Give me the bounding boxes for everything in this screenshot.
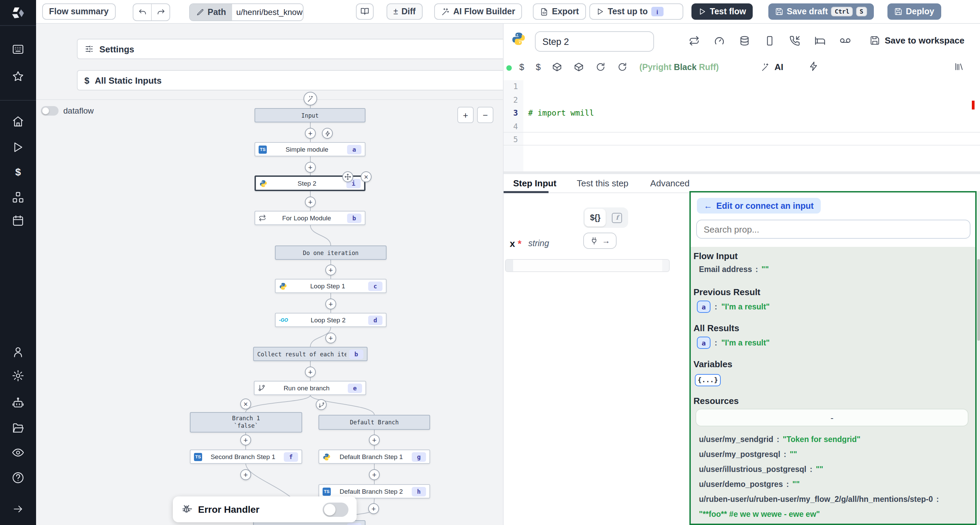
flow-node-loop-step-1[interactable]: Loop Step 1 c [275,279,387,293]
template-mode-button[interactable]: ${} [585,209,606,227]
gauge-icon[interactable] [714,35,725,46]
sidebar-item-workers[interactable] [11,397,24,409]
docs-button[interactable] [356,3,374,20]
sleep-icon[interactable] [815,35,826,46]
add-step-button[interactable]: + [368,503,379,514]
save-draft-button[interactable]: Save draft Ctrl S [768,3,873,20]
remove-branch-button[interactable]: × [240,398,251,409]
flow-node-run-one-branch[interactable]: Run one branch e [254,381,366,395]
resource-row[interactable]: u/user/my_postgresql : "" [699,450,966,458]
flow-node-for-loop[interactable]: For Loop Module b [255,211,366,225]
flow-node-do-one-iteration[interactable]: Do one iteration [275,246,387,260]
test-up-to-button[interactable]: Test up to i [589,3,683,20]
step-chip[interactable]: a [697,336,711,349]
sidebar-item-home[interactable] [11,115,24,128]
flow-node-input[interactable]: Input [255,108,366,122]
add-trigger-button[interactable] [322,128,333,139]
sidebar-item-favorites[interactable] [11,70,24,83]
scrollbar-track[interactable] [977,191,980,525]
javascript-mode-button[interactable]: f [608,209,627,227]
add-step-button[interactable]: + [325,333,336,343]
package-icon[interactable] [574,62,584,72]
code-editor[interactable]: 1 2 3 4 5 # import wmill def main(x: str… [504,80,980,171]
error-handler-card[interactable]: Error Handler [173,496,356,522]
ai-step-suggest-button[interactable] [304,92,317,105]
path-field[interactable]: Path u/henri/best_known [189,3,304,21]
flow-node-collect-result[interactable]: Collect result of each iteration b [253,347,368,361]
sidebar-item-help[interactable] [11,471,24,484]
code-lines[interactable]: # import wmill def main(x: str): return … [528,80,608,171]
path-value[interactable]: u/henri/best_known [232,4,303,21]
flow-node-default-branch-step-1[interactable]: Default Branch Step 1 g [318,449,430,464]
resource-row-value[interactable]: "**foo** #e we w wewe - ewe ew" [699,510,966,518]
arg-value-input[interactable] [505,259,670,272]
move-step-button[interactable] [342,171,353,182]
variables-icon[interactable]: $ [536,62,540,72]
scrollbar-thumb[interactable] [977,259,980,341]
redo-button[interactable] [152,8,169,17]
step-name-input[interactable] [535,31,654,52]
tab-step-input[interactable]: Step Input [504,178,566,189]
cache-icon[interactable] [689,35,700,46]
flow-node-loop-step-2[interactable]: -GO Loop Step 2 d [275,313,387,327]
prop-row[interactable]: a : "I'm a result" [697,301,770,313]
ai-flow-builder-button[interactable]: AI Flow Builder [434,3,522,20]
windmill-logo-icon[interactable] [9,4,27,22]
add-step-button[interactable]: + [240,435,251,446]
sidebar-item-users[interactable] [11,346,24,358]
reload-icon[interactable] [617,62,628,72]
add-step-button[interactable]: + [325,265,336,275]
save-to-workspace-button[interactable]: Save to workspace [870,35,964,46]
undo-button[interactable] [134,8,151,17]
reload-icon[interactable] [596,62,606,72]
tab-advanced[interactable]: Advanced [640,178,701,189]
variables-chip[interactable]: {...} [695,373,721,386]
diff-button[interactable]: ± Diff [387,3,422,20]
back-to-edit-button[interactable]: ← Edit or connect an input [697,198,821,214]
flow-node-simple-module[interactable]: TS Simple module a [255,142,366,156]
flow-node-default-branch[interactable]: Default Branch [318,415,430,430]
flow-summary-button[interactable]: Flow summary [42,3,115,20]
voicemail-icon[interactable] [840,35,851,46]
resource-row[interactable]: u/ruben-user/u/ruben-user/my_flow_2/g/al… [699,495,966,503]
sidebar-item-folders[interactable] [11,422,24,435]
export-button[interactable]: Export [533,3,585,20]
resource-row[interactable]: u/user/illustrious_postgresql : "" [699,465,966,473]
mobile-icon[interactable] [764,35,775,46]
database-icon[interactable] [739,35,750,46]
prop-row[interactable]: a : "I'm a result" [697,336,770,349]
package-icon[interactable] [552,62,563,72]
step-chip[interactable]: a [697,301,711,313]
sidebar-item-resources[interactable] [11,191,24,204]
resource-row[interactable]: u/user/my_sendgrid : "Token for sendgrid… [699,435,966,443]
sidebar-item-variables[interactable]: $ [11,165,24,178]
phone-incoming-icon[interactable] [789,35,800,46]
add-step-button[interactable]: + [240,469,251,480]
add-step-button[interactable]: + [369,435,380,446]
sidebar-item-schedules[interactable] [11,214,24,227]
prop-row[interactable]: Email address : "" [699,265,769,273]
flow-node-branch-1[interactable]: Branch 1 `false` [190,412,302,433]
connect-input-button[interactable]: → [583,233,617,249]
delete-step-button[interactable]: × [361,171,372,182]
flow-node-second-branch-step-1[interactable]: TS Second Branch Step 1 f [190,449,302,464]
lint-status[interactable]: (Pyright Black Ruff) [640,62,719,72]
library-button[interactable] [954,62,964,74]
deploy-button[interactable]: Deploy [888,3,941,20]
add-step-button[interactable]: + [325,298,336,309]
add-step-button[interactable]: + [305,162,316,173]
zap-button[interactable] [808,61,819,74]
add-step-button[interactable]: + [305,128,316,139]
sidebar-expand-icon[interactable] [11,503,24,515]
sidebar-item-runs[interactable] [11,141,24,154]
ai-button[interactable]: AI [761,62,783,72]
add-step-button[interactable]: + [305,366,316,377]
tab-test-this-step[interactable]: Test this step [566,178,640,189]
add-step-button[interactable]: + [369,469,380,480]
test-flow-button[interactable]: Test flow [692,3,753,20]
sidebar-item-audit-logs[interactable] [11,446,24,459]
add-branch-button[interactable] [316,399,327,410]
assets-icon[interactable]: $ [519,62,524,72]
sidebar-item-settings[interactable] [11,369,24,382]
resource-row[interactable]: u/user/demo_postgres : "" [699,480,966,488]
